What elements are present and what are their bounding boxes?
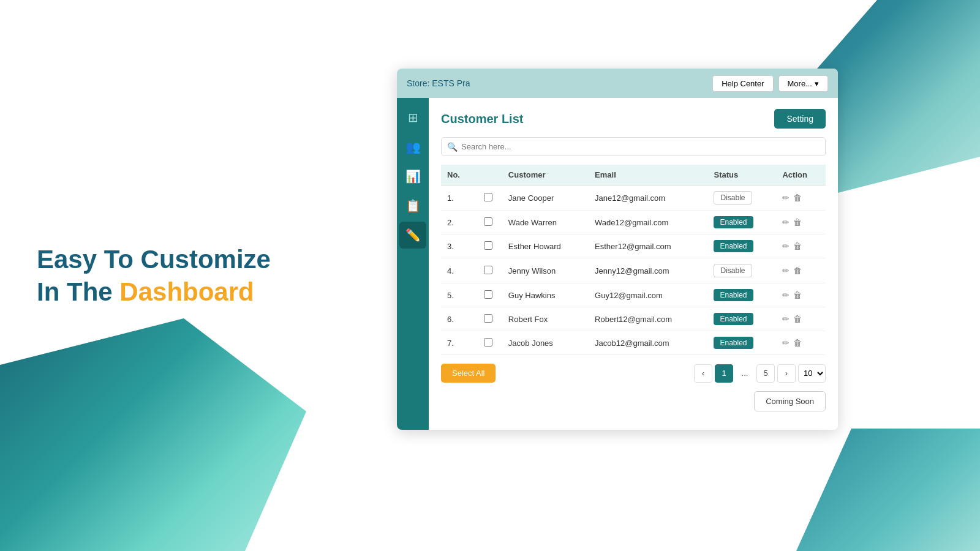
col-checkbox bbox=[475, 165, 502, 186]
delete-action-icon[interactable]: 🗑 bbox=[793, 314, 802, 324]
pagination-prev[interactable]: ‹ bbox=[694, 364, 712, 383]
cell-checkbox[interactable] bbox=[475, 234, 502, 258]
pagination-next[interactable]: › bbox=[777, 364, 796, 383]
edit-action-icon[interactable]: ✏ bbox=[782, 241, 790, 251]
row-checkbox-6[interactable] bbox=[484, 314, 492, 323]
cell-name: Esther Howard bbox=[502, 234, 589, 258]
coming-soon-button[interactable]: Coming Soon bbox=[754, 391, 826, 411]
cell-no: 2. bbox=[441, 211, 475, 234]
cell-status: Enabled bbox=[707, 307, 776, 331]
table-header-row: No. Customer Email Status Action bbox=[441, 165, 826, 186]
row-checkbox-3[interactable] bbox=[484, 241, 492, 250]
cell-action: ✏ 🗑 bbox=[776, 283, 826, 307]
search-icon: 🔍 bbox=[447, 142, 458, 152]
sidebar-item-users[interactable]: 👥 bbox=[399, 133, 426, 160]
cell-checkbox[interactable] bbox=[475, 307, 502, 331]
reports-icon: 📊 bbox=[405, 169, 421, 184]
help-center-button[interactable]: Help Center bbox=[712, 75, 773, 92]
cell-action: ✏ 🗑 bbox=[776, 307, 826, 331]
main-panel: Store: ESTS Pra Help Center More... ▾ ⊞ … bbox=[397, 69, 838, 430]
cell-email: Robert12@gmail.com bbox=[589, 307, 707, 331]
col-no: No. bbox=[441, 165, 475, 186]
edit-action-icon[interactable]: ✏ bbox=[782, 338, 790, 348]
delete-action-icon[interactable]: 🗑 bbox=[793, 217, 802, 227]
row-checkbox-1[interactable] bbox=[484, 193, 492, 201]
select-all-button[interactable]: Select All bbox=[441, 364, 496, 383]
edit-action-icon[interactable]: ✏ bbox=[782, 193, 790, 203]
edit-action-icon[interactable]: ✏ bbox=[782, 314, 790, 324]
sidebar-item-edit[interactable]: ✏️ bbox=[399, 222, 426, 249]
delete-action-icon[interactable]: 🗑 bbox=[793, 266, 802, 276]
tagline: Easy To Customize In The Dashboard bbox=[37, 244, 271, 308]
sidebar: ⊞ 👥 📊 📋 ✏️ bbox=[397, 98, 429, 430]
bottom-bar: Select All ‹ 1 ... 5 › 10 25 50 bbox=[441, 364, 826, 385]
content-header: Customer List Setting bbox=[441, 109, 826, 129]
delete-action-icon[interactable]: 🗑 bbox=[793, 338, 802, 348]
panel-body: ⊞ 👥 📊 📋 ✏️ Customer List Setting bbox=[397, 98, 838, 430]
sidebar-item-dashboard[interactable]: ⊞ bbox=[399, 104, 426, 131]
pagination-page-5[interactable]: 5 bbox=[756, 364, 775, 383]
chevron-down-icon: ▾ bbox=[815, 79, 819, 88]
table-row: 7. Jacob Jones Jacob12@gmail.com Enabled… bbox=[441, 331, 826, 355]
topbar: Store: ESTS Pra Help Center More... ▾ bbox=[397, 69, 838, 98]
status-badge: Enabled bbox=[714, 313, 753, 325]
edit-action-icon[interactable]: ✏ bbox=[782, 290, 790, 300]
cell-no: 5. bbox=[441, 283, 475, 307]
setting-button[interactable]: Setting bbox=[774, 109, 826, 129]
per-page-select[interactable]: 10 25 50 bbox=[798, 364, 826, 383]
delete-action-icon[interactable]: 🗑 bbox=[793, 193, 802, 203]
more-button[interactable]: More... ▾ bbox=[778, 75, 828, 92]
pagination: ‹ 1 ... 5 › 10 25 50 bbox=[694, 364, 826, 383]
edit-action-icon[interactable]: ✏ bbox=[782, 266, 790, 276]
col-customer: Customer bbox=[502, 165, 589, 186]
action-icons: ✏ 🗑 bbox=[782, 241, 820, 251]
cell-email: Jenny12@gmail.com bbox=[589, 258, 707, 283]
bg-decoration-bottom-right bbox=[796, 429, 980, 551]
cell-email: Esther12@gmail.com bbox=[589, 234, 707, 258]
coming-soon-wrap: Coming Soon bbox=[441, 391, 826, 411]
action-icons: ✏ 🗑 bbox=[782, 290, 820, 300]
cell-name: Jacob Jones bbox=[502, 331, 589, 355]
cell-email: Jane12@gmail.com bbox=[589, 186, 707, 211]
cell-no: 7. bbox=[441, 331, 475, 355]
cell-name: Guy Hawkins bbox=[502, 283, 589, 307]
cell-action: ✏ 🗑 bbox=[776, 234, 826, 258]
tagline-line2-highlight: Dashboard bbox=[119, 277, 254, 305]
cell-status: Enabled bbox=[707, 211, 776, 234]
page-title: Customer List bbox=[441, 112, 523, 126]
row-checkbox-2[interactable] bbox=[484, 217, 492, 226]
delete-action-icon[interactable]: 🗑 bbox=[793, 290, 802, 300]
delete-action-icon[interactable]: 🗑 bbox=[793, 241, 802, 251]
cell-action: ✏ 🗑 bbox=[776, 331, 826, 355]
row-checkbox-4[interactable] bbox=[484, 266, 492, 274]
cell-checkbox[interactable] bbox=[475, 283, 502, 307]
cell-no: 1. bbox=[441, 186, 475, 211]
content-area: Customer List Setting 🔍 No. Customer Ema bbox=[429, 98, 838, 430]
customer-table: No. Customer Email Status Action 1. Jane… bbox=[441, 165, 826, 355]
status-badge: Enabled bbox=[714, 289, 753, 301]
cell-status: Enabled bbox=[707, 234, 776, 258]
row-checkbox-7[interactable] bbox=[484, 338, 492, 347]
cell-email: Guy12@gmail.com bbox=[589, 283, 707, 307]
col-email: Email bbox=[589, 165, 707, 186]
status-badge: Enabled bbox=[714, 216, 753, 228]
users-icon: 👥 bbox=[405, 140, 421, 154]
action-icons: ✏ 🗑 bbox=[782, 314, 820, 324]
edit-action-icon[interactable]: ✏ bbox=[782, 217, 790, 227]
cell-status: Disable bbox=[707, 186, 776, 211]
table-row: 6. Robert Fox Robert12@gmail.com Enabled… bbox=[441, 307, 826, 331]
pagination-page-1[interactable]: 1 bbox=[715, 364, 733, 383]
sidebar-item-reports[interactable]: 📊 bbox=[399, 163, 426, 190]
sidebar-item-orders[interactable]: 📋 bbox=[399, 192, 426, 219]
cell-name: Wade Warren bbox=[502, 211, 589, 234]
cell-checkbox[interactable] bbox=[475, 186, 502, 211]
dashboard-icon: ⊞ bbox=[408, 110, 418, 125]
cell-checkbox[interactable] bbox=[475, 331, 502, 355]
row-checkbox-5[interactable] bbox=[484, 290, 492, 299]
search-input[interactable] bbox=[441, 137, 826, 156]
cell-checkbox[interactable] bbox=[475, 211, 502, 234]
cell-action: ✏ 🗑 bbox=[776, 186, 826, 211]
cell-email: Jacob12@gmail.com bbox=[589, 331, 707, 355]
cell-checkbox[interactable] bbox=[475, 258, 502, 283]
cell-status: Enabled bbox=[707, 283, 776, 307]
